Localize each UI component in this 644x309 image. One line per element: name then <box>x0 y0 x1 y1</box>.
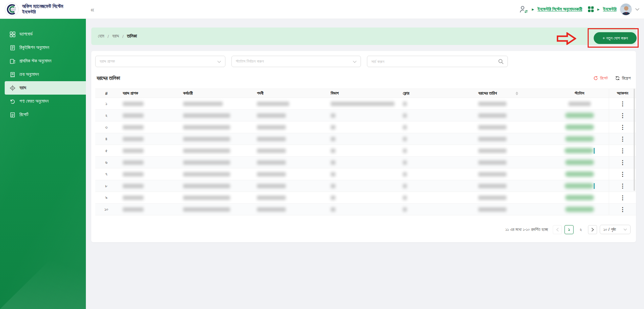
sidebar-collapse-button[interactable]: « <box>91 6 94 13</box>
redacted-text <box>478 149 506 153</box>
designation-cell <box>252 172 325 176</box>
breadcrumb-item-1[interactable]: বরাদ্দ <box>112 34 119 39</box>
row-serial: ৯ <box>105 195 108 200</box>
chevron-down-icon <box>217 59 221 64</box>
floor-cell <box>397 196 473 200</box>
table-scrollbar[interactable] <box>634 89 635 191</box>
recipient-cell <box>117 137 178 141</box>
breadcrumb-item-0[interactable]: হোম <box>98 34 104 39</box>
user-avatar[interactable] <box>620 3 632 15</box>
row-actions-menu-button[interactable]: ⋮ <box>620 160 626 165</box>
department-cell <box>325 125 397 130</box>
column-header-5: ফ্লোর <box>397 91 473 96</box>
column-header-3: পদবী <box>252 91 325 96</box>
row-actions-menu-button[interactable]: ⋮ <box>620 207 626 212</box>
caret-right-icon: ▶ <box>532 8 534 11</box>
cursor-artifact <box>594 148 595 154</box>
svg-text:Microcredit: Microcredit <box>10 7 16 9</box>
allocation-date-cell <box>473 137 550 141</box>
row-actions-menu-button[interactable]: ⋮ <box>620 148 626 154</box>
pagination-page-2[interactable]: ২ <box>576 225 585 234</box>
status-cell <box>550 148 609 154</box>
department-cell <box>325 113 397 118</box>
redacted-text <box>331 160 335 165</box>
table-row-1: ১⋮ <box>95 98 636 110</box>
action-cell: ⋮ <box>609 98 636 109</box>
row-actions-menu-button[interactable]: ⋮ <box>620 183 626 189</box>
pagination-prev-button[interactable] <box>553 225 562 234</box>
breadcrumb-item-2: তালিকা <box>127 34 137 39</box>
role-link[interactable]: ইনভেন্টরি সিস্টেম অনুমোদনকারী <box>538 7 582 12</box>
floor-cell <box>397 102 473 106</box>
row-actions-menu-button[interactable]: ⋮ <box>620 136 626 142</box>
table-row-4: ৪⋮ <box>95 133 636 145</box>
row-actions-menu-button[interactable]: ⋮ <box>620 124 626 130</box>
redacted-text <box>123 137 144 141</box>
row-serial: ৪ <box>105 136 107 142</box>
row-actions-menu-button[interactable]: ⋮ <box>620 195 626 201</box>
designation-cell <box>252 160 325 165</box>
add-new-button[interactable]: + নতুন যোগ করুন <box>594 32 637 44</box>
redacted-text <box>183 196 230 200</box>
sidebar-item-2[interactable]: প্রাথমিক স্টক অনুমোদন <box>0 54 86 68</box>
search-icon[interactable] <box>498 59 507 64</box>
redacted-text <box>403 137 407 141</box>
redacted-text <box>331 207 335 212</box>
refresh-button[interactable]: রিফ্রেশ <box>615 75 631 81</box>
sidebar-item-5[interactable]: পণ্য ফেরত অনুমোদন <box>0 95 86 108</box>
sidebar-item-4[interactable]: বরাদ্দ <box>5 81 86 95</box>
status-badge <box>565 113 594 118</box>
reset-button[interactable]: রিসেট <box>593 75 608 81</box>
row-actions-menu-button[interactable]: ⋮ <box>620 171 626 177</box>
redacted-text <box>403 113 407 118</box>
search-input[interactable] <box>367 59 498 64</box>
recipient-filter-placeholder: বরাদ্দ প্রাপক <box>100 59 217 64</box>
status-badge <box>565 207 594 212</box>
content-card: বরাদ্দ প্রাপক স্ট্যাটাস নির্বাচন করুন বর… <box>91 51 636 242</box>
column-header-6[interactable]: বরাদ্দের তারিখ <box>473 91 550 96</box>
redacted-text <box>123 125 144 130</box>
action-cell: ⋮ <box>609 133 636 145</box>
redacted-text <box>478 160 506 165</box>
topbar: Microcredit Regulatory Authority অফিস ম্… <box>0 0 644 19</box>
table-row-5: ৫⋮ <box>95 145 636 157</box>
pagination-page-1[interactable]: ১ <box>565 225 574 234</box>
status-filter-select[interactable]: স্ট্যাটাস নির্বাচন করুন <box>231 56 361 67</box>
module-link[interactable]: ইনভেন্টরি <box>603 7 616 12</box>
redacted-text <box>403 172 407 176</box>
redacted-text <box>123 184 144 188</box>
action-cell: ⋮ <box>609 168 636 180</box>
sidebar-item-3[interactable]: ক্রয় অনুমোদন <box>0 68 86 81</box>
column-header-8: অ্যাকশন <box>609 89 636 98</box>
sidebar-item-6[interactable]: রিপোর্ট <box>0 108 86 121</box>
page-size-select[interactable]: ১০ / পৃষ্ঠা <box>600 225 631 234</box>
serial-cell: ৫ <box>95 148 117 153</box>
allocation-date-cell <box>473 160 550 165</box>
redacted-text <box>331 196 335 200</box>
initial-stock-approval-icon <box>9 58 15 64</box>
sidebar-item-0[interactable]: ড্যাশবোর্ড <box>0 28 86 41</box>
row-actions-menu-button[interactable]: ⋮ <box>620 113 626 118</box>
status-badge <box>565 171 594 177</box>
employee-cell <box>178 149 252 153</box>
sidebar-item-1[interactable]: রিকুইজিশন অনুমোদন <box>0 41 86 54</box>
search-box <box>367 56 508 67</box>
pagination-next-button[interactable] <box>588 225 597 234</box>
redacted-text <box>403 184 407 188</box>
recipient-filter-select[interactable]: বরাদ্দ প্রাপক <box>95 56 225 67</box>
topbar-right: ▶ ইনভেন্টরি সিস্টেম অনুমোদনকারী ▶ ইনভেন্… <box>519 3 644 15</box>
sort-icon[interactable] <box>516 92 518 95</box>
app-grid-icon[interactable] <box>588 6 594 12</box>
redacted-text <box>183 149 230 153</box>
status-cell <box>550 195 609 200</box>
page-size-value: ১০ / পৃষ্ঠা <box>603 227 616 232</box>
redacted-text <box>478 172 506 176</box>
employee-cell <box>178 102 252 106</box>
floor-cell <box>397 125 473 130</box>
allocation-date-cell <box>473 184 550 188</box>
allocation-icon <box>9 85 15 91</box>
profile-chevron-down-icon[interactable] <box>635 8 639 11</box>
refresh-icon <box>615 76 620 81</box>
redacted-text <box>257 125 286 130</box>
row-actions-menu-button[interactable]: ⋮ <box>620 101 626 107</box>
